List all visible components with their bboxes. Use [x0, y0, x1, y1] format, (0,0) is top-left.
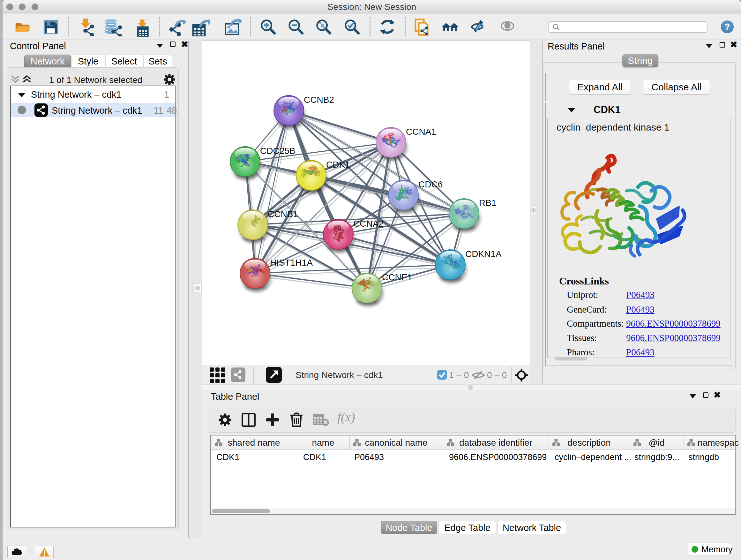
svg-text:CDC6: CDC6: [418, 179, 443, 189]
svg-text:CCNE1: CCNE1: [382, 272, 412, 282]
svg-text:RB1: RB1: [479, 198, 496, 208]
svg-text:CDK1: CDK1: [326, 160, 350, 170]
svg-text:CCNB1: CCNB1: [268, 209, 298, 219]
svg-text:CDKN1A: CDKN1A: [465, 249, 502, 259]
svg-text:HIST1H1A: HIST1H1A: [270, 258, 313, 267]
svg-text:CCNB2: CCNB2: [304, 95, 334, 105]
svg-text:CCNA2: CCNA2: [353, 219, 384, 229]
svg-text:CCNA1: CCNA1: [406, 127, 436, 137]
svg-text:CDC25B: CDC25B: [260, 146, 295, 156]
